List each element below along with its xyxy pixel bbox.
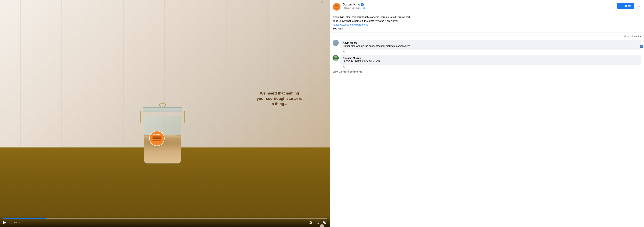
follow-plus-icon: + — [620, 4, 622, 8]
verified-badge: ✓ — [361, 3, 364, 6]
settings-button[interactable] — [308, 220, 313, 225]
controls-row: 0:02 / 0:15 — [3, 220, 327, 225]
jar-clasp — [159, 103, 166, 107]
post-text-line2: don't know what to name it. thoughts?? w… — [332, 20, 398, 22]
header-text: Burger King ✓ February 23, 2021 · 🌐 — [342, 3, 616, 9]
video-overlay-text: We heard that naming your sourdough star… — [256, 91, 303, 106]
sort-label: Most relevant — [624, 35, 639, 38]
jar-wire-left — [140, 111, 141, 123]
play-button[interactable] — [3, 220, 7, 225]
post-date: February 23, 2021 — [342, 7, 360, 9]
douglas-murray-name: Douglas Murray — [343, 57, 639, 59]
avatar-bun-bottom — [334, 8, 339, 9]
play-icon — [4, 221, 6, 224]
post-header: Burger King ✓ February 23, 2021 · 🌐 + Fo… — [330, 0, 644, 13]
bk-sticker-bottom-text: KING — [155, 141, 159, 143]
kevin-moore-comment-bubble: Kevin Moore Burger King when is the Angr… — [340, 40, 641, 50]
volume-muted-icon — [323, 221, 326, 224]
comment-item: Douglas Murray I LOVE BURGER KING SO MUC… — [332, 55, 641, 68]
privacy-globe-icon: 🌐 — [362, 7, 365, 9]
progress-bar[interactable] — [3, 218, 327, 219]
header-actions: + Follow ... — [617, 3, 641, 9]
fullscreen-button[interactable] — [315, 220, 320, 225]
post-body: bloop, blip, blop. this sourdough starte… — [330, 13, 644, 33]
page-avatar — [332, 3, 341, 11]
bk-sticker: BURGER KING — [149, 131, 164, 146]
gear-icon — [309, 221, 313, 224]
comments-section: Most relevant Kevin Moore Burger King wh… — [330, 33, 644, 227]
comments-header: Most relevant — [332, 35, 641, 38]
follow-button[interactable]: + Follow — [617, 3, 634, 9]
time-separator: / — [14, 221, 16, 224]
fullscreen-icon — [316, 221, 320, 224]
sort-dropdown[interactable]: Most relevant — [624, 35, 641, 38]
bk-sticker-top-text: BURGER — [153, 134, 161, 136]
douglas-murray-comment-bubble: Douglas Murray I LOVE BURGER KING SO MUC… — [340, 55, 641, 65]
comment-item: Kevin Moore Burger King when is the Angr… — [332, 40, 641, 53]
avatar-bun-top — [334, 5, 339, 7]
follow-label: Follow — [623, 5, 632, 8]
chevron-down-icon — [640, 36, 641, 37]
comment-like-badge: 👍 — [639, 45, 643, 49]
post-link[interactable]: https://www.twitch.tv/burgerking — [332, 23, 368, 26]
post-text-line1: bloop, blip, blop. this sourdough starte… — [332, 16, 410, 18]
kevin-moore-text: Burger King when is the Angry Whopper ma… — [343, 45, 639, 48]
page-name: Burger King — [342, 3, 360, 6]
dot-separator: · — [361, 7, 362, 9]
video-content: BURGER KING We heard that naming your so… — [0, 0, 330, 227]
progress-fill — [3, 218, 46, 219]
more-options-icon: ... — [637, 4, 640, 8]
post-text: bloop, blip, blop. this sourdough starte… — [332, 15, 641, 31]
jar-container: BURGER KING — [139, 106, 186, 163]
info-panel: Burger King ✓ February 23, 2021 · 🌐 + Fo… — [330, 0, 644, 227]
bk-sticker-bun-bottom — [152, 140, 162, 141]
douglas-murray-text: I LOVE BURGER KING SO MUCH. — [343, 60, 639, 63]
time-display: 0:02 / 0:15 — [9, 221, 20, 224]
jar-body: BURGER KING — [144, 116, 181, 163]
current-time: 0:02 — [9, 221, 14, 224]
bk-sticker-patty — [153, 138, 161, 139]
kevin-moore-name: Kevin Moore — [343, 41, 639, 44]
page-name-row: Burger King ✓ — [342, 3, 616, 6]
post-meta: February 23, 2021 · 🌐 — [342, 7, 616, 9]
video-controls: 0:02 / 0:15 — [0, 216, 330, 227]
see-less-button[interactable]: See less — [332, 27, 343, 30]
douglas-murray-avatar — [332, 55, 339, 61]
video-panel: BURGER KING We heard that naming your so… — [0, 0, 330, 227]
view-more-comments-button[interactable]: View 28 more comments — [332, 70, 641, 73]
douglas-murray-time: 1y — [340, 65, 641, 68]
avatar-patty — [334, 7, 339, 7]
video-background: BURGER KING We heard that naming your so… — [0, 0, 330, 227]
total-time: 0:15 — [16, 221, 20, 224]
jar-lid — [143, 107, 182, 112]
bk-sticker-bun-top — [152, 136, 162, 138]
jar-wire-right — [184, 111, 185, 123]
kevin-moore-avatar — [332, 40, 339, 46]
more-options-button[interactable]: ... — [636, 3, 641, 9]
kevin-moore-time: 1y — [340, 50, 641, 53]
